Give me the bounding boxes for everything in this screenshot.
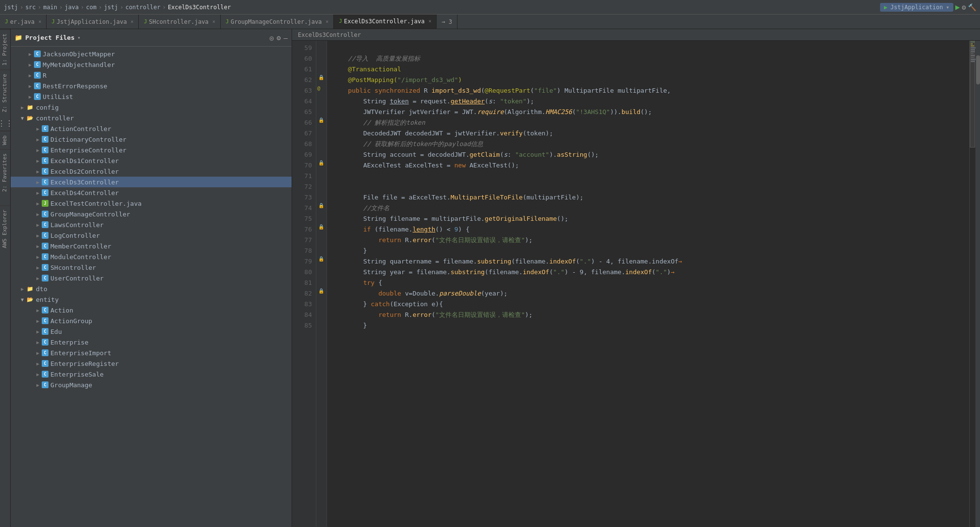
tree-item-enterprise[interactable]: ▶ C Enterprise	[11, 337, 292, 347]
tree-item-usercontroller[interactable]: ▶ C UserController	[11, 273, 292, 283]
minimap-thumb[interactable]	[970, 41, 975, 148]
tree-arrow-rest: ▶	[26, 83, 34, 89]
tree-item-actiongroup[interactable]: ▶ C ActionGroup	[11, 315, 292, 326]
tree-item-groupmanagecontroller[interactable]: ▶ C GroupManageController	[11, 209, 292, 219]
code-line-79: String quartername = filename.substring(…	[333, 256, 969, 267]
tree-label-action: Action	[50, 307, 73, 314]
gutter-marker-76: 🔒	[318, 224, 324, 230]
tree-arrow-shcontroller: ▶	[34, 265, 42, 270]
breadcrumb-jstj2[interactable]: jstj	[104, 4, 118, 11]
class-icon-excelds2: C	[42, 168, 49, 175]
tree-item-dictionarycontroller[interactable]: ▶ C DictionaryController	[11, 134, 292, 145]
class-icon-enterprisesale: C	[42, 371, 49, 378]
class-icon-actiongroup: C	[42, 317, 49, 324]
build-button[interactable]: 🔨	[968, 3, 976, 11]
side-tab-project[interactable]: 1: Project	[0, 29, 10, 69]
breadcrumb-java[interactable]: java	[65, 4, 79, 11]
sidebar-settings-icon[interactable]: ⚙	[277, 34, 280, 42]
tree-item-exceltestcontroller[interactable]: ▶ J ExcelTestController.java	[11, 198, 292, 209]
code-line-68: // 获取解析后的token中的payload信息	[333, 139, 969, 149]
tree-arrow-r: ▶	[26, 73, 34, 78]
side-tab-aws[interactable]: AWS Explorer	[0, 205, 10, 252]
tree-item-enterprisecontroller[interactable]: ▶ C EnterpriseController	[11, 145, 292, 155]
tab-jstj-app[interactable]: J JstjApplication.java ×	[47, 15, 139, 29]
tree-item-mymetaobjecthandler[interactable]: ▶ C MyMetaObjecthandler	[11, 59, 292, 70]
tree-item-shcontroller[interactable]: ▶ C SHcontroller	[11, 262, 292, 273]
breadcrumb-controller[interactable]: controller	[125, 4, 160, 11]
tab-icon-gm: J	[226, 18, 229, 25]
tree-item-enterpriseregister[interactable]: ▶ C EnterpriseRegister	[11, 358, 292, 369]
tree-item-r[interactable]: ▶ C R	[11, 70, 292, 81]
tree-item-excelds3controller[interactable]: ▶ C ExcelDs3Controller	[11, 177, 292, 187]
sidebar-locate-icon[interactable]: ◎	[270, 34, 274, 42]
run-config[interactable]: ▶ JstjApplication ▾	[880, 3, 953, 12]
code-lines[interactable]: //导入 高质量发展指标 @Transactional @PostMapping…	[327, 41, 969, 527]
tree-item-excelds4controller[interactable]: ▶ C ExcelDs4Controller	[11, 187, 292, 198]
tree-arrow-entity: ▼	[18, 297, 26, 302]
tree-item-groupmanage-entity[interactable]: ▶ C GroupManage	[11, 379, 292, 390]
scroll-thumb[interactable]	[976, 55, 980, 84]
tab-close-eds3[interactable]: ×	[428, 18, 431, 24]
tree-item-enterprisesale[interactable]: ▶ C EnterpriseSale	[11, 369, 292, 379]
tab-shcontroller[interactable]: J SHcontroller.java ×	[139, 15, 220, 29]
tree-item-config[interactable]: ▶ 📁 config	[11, 102, 292, 113]
tree-item-entity[interactable]: ▼ 📂 entity	[11, 294, 292, 305]
editor-scrollbar[interactable]	[975, 41, 980, 527]
tree-item-utillist[interactable]: ▶ C UtilList	[11, 91, 292, 102]
tab-label-more: → 3	[441, 18, 452, 25]
tab-exceldds3[interactable]: J ExcelDs3Controller.java ×	[334, 15, 437, 29]
editor-minimap[interactable]	[969, 41, 975, 527]
folder-icon-controller: 📂	[26, 114, 34, 122]
sidebar-collapse-icon[interactable]: —	[284, 34, 288, 42]
tree-item-dto[interactable]: ▶ 📁 dto	[11, 283, 292, 294]
code-line-78: }	[333, 246, 969, 256]
tab-more[interactable]: → 3	[437, 15, 457, 29]
side-tab-structure[interactable]: Z: Structure	[0, 69, 10, 116]
tree-arrow-lawscontroller: ▶	[34, 222, 42, 228]
run-button[interactable]: ▶	[955, 2, 960, 12]
tree-arrow-jackson: ▶	[26, 51, 34, 57]
project-sidebar: 📁 Project Files ▾ ◎ ⚙ — ▶ C JacksonObjec…	[11, 29, 292, 527]
side-tab-web[interactable]: Web	[0, 131, 10, 149]
tree-item-logcontroller[interactable]: ▶ C LogController	[11, 230, 292, 241]
tree-item-membercontroller[interactable]: ▶ C MemberController	[11, 241, 292, 251]
code-line-65: JWTVerifier jwtVerifier = JWT.require(Al…	[333, 107, 969, 117]
tab-groupmanage[interactable]: J GroupManageController.java ×	[221, 15, 334, 29]
sidebar-dropdown-icon[interactable]: ▾	[78, 35, 81, 40]
tree-item-actioncontroller[interactable]: ▶ C ActionController	[11, 123, 292, 134]
tree-label-r: R	[43, 72, 47, 79]
tree-item-action[interactable]: ▶ C Action	[11, 305, 292, 315]
tree-item-controller[interactable]: ▼ 📂 controller	[11, 113, 292, 123]
tab-label-jstj: JstjApplication.java	[57, 18, 127, 25]
breadcrumb-src[interactable]: src	[25, 4, 36, 11]
folder-icon-sidebar: 📁	[15, 34, 22, 41]
tree-label-actioncontroller: ActionController	[50, 125, 111, 132]
tree-item-excelds1controller[interactable]: ▶ C ExcelDs1Controller	[11, 155, 292, 166]
tab-close-gm[interactable]: ×	[326, 19, 328, 24]
class-icon-utillist: C	[34, 93, 41, 100]
tree-label-excelds1: ExcelDs1Controller	[50, 157, 119, 165]
tree-item-resterrorresponse[interactable]: ▶ C RestErrorResponse	[11, 81, 292, 91]
tab-close-jstj[interactable]: ×	[131, 19, 133, 24]
side-tab-dots[interactable]: ⋮⋮	[0, 116, 10, 131]
tree-item-edu[interactable]: ▶ C Edu	[11, 326, 292, 337]
debug-button[interactable]: ⚙	[962, 3, 966, 11]
line-numbers: 59 60 61 62 63 64 65 66 67 68 69 70 71 7…	[292, 41, 316, 527]
tree-item-jacksonobjectmapper[interactable]: ▶ C JacksonObjectMapper	[11, 49, 292, 59]
tree-item-excelds2controller[interactable]: ▶ C ExcelDs2Controller	[11, 166, 292, 177]
side-tab-favorites[interactable]: 2: Favorites	[0, 149, 10, 196]
code-line-66: // 解析指定的token	[333, 117, 969, 128]
tree-item-lawscontroller[interactable]: ▶ C LawsController	[11, 219, 292, 230]
tab-close-er[interactable]: ×	[38, 19, 41, 24]
code-line-81: try {	[333, 278, 969, 288]
tree-item-enterpriseimport[interactable]: ▶ C EnterpriseImport	[11, 347, 292, 358]
tab-er-java[interactable]: J er.java ×	[0, 15, 47, 29]
breadcrumb-jstj[interactable]: jstj	[4, 4, 18, 11]
tab-close-sh[interactable]: ×	[212, 19, 215, 24]
tree-item-modulecontroller[interactable]: ▶ C ModuleController	[11, 251, 292, 262]
run-config-label: JstjApplication	[890, 4, 943, 11]
breadcrumb-main[interactable]: main	[43, 4, 57, 11]
tree-arrow-excelds4: ▶	[34, 190, 42, 196]
class-icon-rest: C	[34, 82, 41, 89]
breadcrumb-com[interactable]: com	[86, 4, 97, 11]
